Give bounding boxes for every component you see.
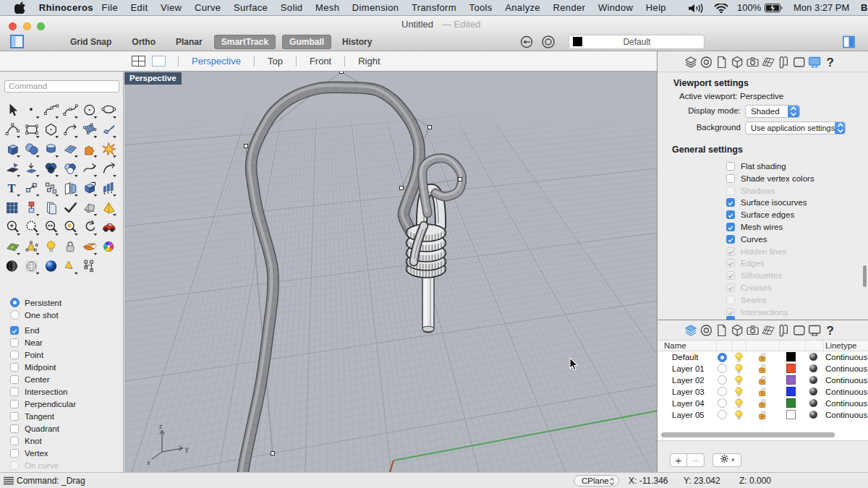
svg-text:?: ? (827, 324, 834, 338)
svg-text:T: T (8, 181, 16, 195)
svg-text:z: z (159, 423, 163, 430)
svg-text:?: ? (827, 56, 834, 69)
svg-text:y: y (185, 445, 189, 453)
svg-text:x: x (147, 459, 150, 466)
